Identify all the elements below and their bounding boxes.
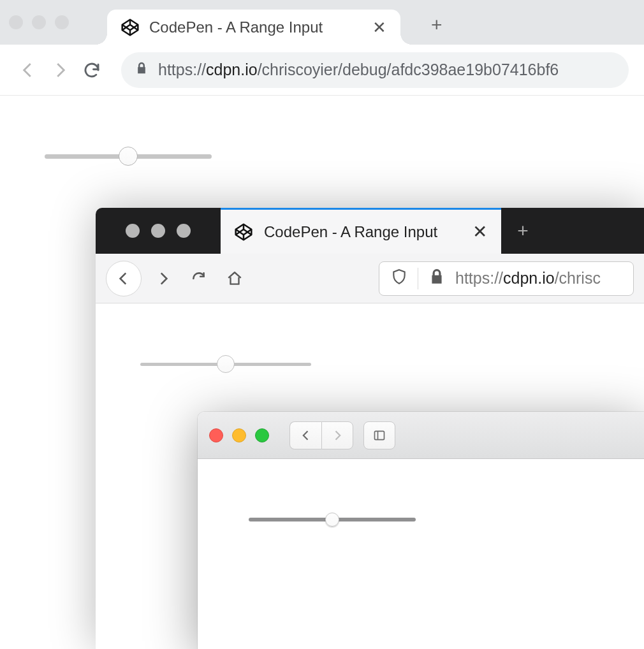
firefox-tab[interactable]: CodePen - A Range Input ✕ [221,208,501,254]
window-close-dot[interactable] [209,428,223,442]
divider [418,268,418,289]
back-button[interactable] [15,57,41,83]
home-button[interactable] [221,265,249,293]
close-icon[interactable]: ✕ [372,19,386,36]
codepen-icon [121,18,139,36]
firefox-page-content [96,303,644,425]
chrome-url: https://cdpn.io/chriscoyier/debug/afdc39… [158,61,559,79]
safari-nav-buttons [289,421,353,449]
window-zoom-dot[interactable] [255,428,269,442]
firefox-toolbar: https://cdpn.io/chrisc [96,254,644,303]
firefox-tab-title: CodePen - A Range Input [264,223,437,241]
window-close-dot[interactable] [126,224,140,238]
window-zoom-dot[interactable] [55,15,69,29]
firefox-address-bar[interactable]: https://cdpn.io/chrisc [379,261,634,296]
chrome-traffic-lights [9,15,69,29]
window-minimize-dot[interactable] [32,15,46,29]
safari-traffic-lights [209,428,269,442]
chrome-tab[interactable]: CodePen - A Range Input ✕ [107,10,400,45]
chrome-tab-title: CodePen - A Range Input [149,18,362,36]
forward-button[interactable] [47,57,73,83]
safari-toolbar [198,412,644,459]
forward-button[interactable] [149,265,177,293]
back-button[interactable] [289,421,321,449]
lock-icon [428,268,445,289]
safari-page-content [198,459,644,580]
window-close-dot[interactable] [9,15,23,29]
window-minimize-dot[interactable] [232,428,246,442]
lock-icon [135,61,148,79]
range-slider[interactable] [249,510,416,529]
chrome-address-bar[interactable]: https://cdpn.io/chriscoyier/debug/afdc39… [121,52,629,88]
sidebar-toggle-button[interactable] [363,421,395,449]
shield-icon[interactable] [391,268,407,289]
window-zoom-dot[interactable] [177,224,191,238]
back-button[interactable] [106,261,142,296]
range-slider[interactable] [140,354,311,374]
reload-button[interactable] [185,265,213,293]
range-slider[interactable] [45,147,212,166]
firefox-url: https://cdpn.io/chrisc [455,269,601,288]
new-tab-button[interactable]: + [431,14,443,36]
firefox-tabstrip: CodePen - A Range Input ✕ + [96,208,644,254]
window-minimize-dot[interactable] [151,224,165,238]
new-tab-button[interactable]: + [501,208,545,254]
forward-button[interactable] [321,421,353,449]
slider-thumb[interactable] [119,147,138,166]
chrome-tabstrip: CodePen - A Range Input ✕ + [0,0,644,45]
plus-icon: + [517,220,529,242]
slider-thumb[interactable] [217,355,235,373]
svg-rect-0 [375,431,384,439]
firefox-traffic-lights [96,208,221,254]
chrome-toolbar: https://cdpn.io/chriscoyier/debug/afdc39… [0,45,644,96]
safari-window [198,412,644,649]
codepen-icon [235,223,252,241]
close-icon[interactable]: ✕ [472,221,487,242]
slider-thumb[interactable] [325,513,339,527]
reload-button[interactable] [79,57,105,83]
